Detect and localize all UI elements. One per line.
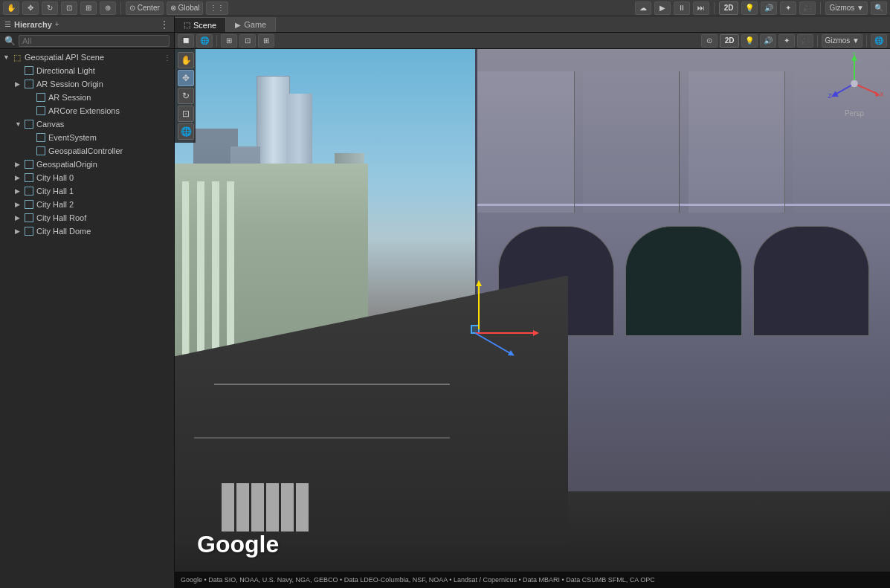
- scene-fx-button[interactable]: ✦: [778, 34, 795, 48]
- snap-toggle-button[interactable]: ⋮⋮: [206, 1, 228, 15]
- attribution-text: Google • Data SIO, NOAA, U.S. Navy, NGA,…: [181, 576, 655, 584]
- hierarchy-title: Hierarchy: [14, 20, 52, 29]
- fx-toggle-button[interactable]: ✦: [780, 1, 796, 15]
- expand-arrow-ar-session-origin: ▶: [15, 80, 24, 88]
- expand-arrow-city-hall-0: ▶: [15, 174, 24, 181]
- sidebar-item-city-hall-2[interactable]: ▶ City Hall 2: [0, 198, 174, 211]
- transform-tool-button[interactable]: ⊕: [100, 1, 116, 15]
- viewport-scale-tool[interactable]: ⊡: [178, 106, 194, 122]
- geospatial-api-scene-label: Geospatial API Scene: [25, 53, 104, 62]
- game-tab-icon: ▶: [235, 21, 241, 29]
- move-tool-button[interactable]: ✥: [22, 1, 39, 15]
- viewport-crosshair-tool[interactable]: ✥: [178, 70, 194, 86]
- arch-window-3: [753, 226, 870, 337]
- gizmos-button[interactable]: Gizmos ▼: [825, 1, 868, 15]
- step-button[interactable]: ⏭: [693, 1, 709, 15]
- global-toggle-button[interactable]: ⊗ Global: [167, 1, 204, 15]
- column-2: [197, 181, 204, 357]
- audio-toggle-button[interactable]: 🔊: [761, 1, 777, 15]
- viewport-rotate-tool[interactable]: ↻: [178, 88, 194, 104]
- crosswalk-stripe-6: [296, 483, 309, 532]
- column-1: [182, 181, 190, 357]
- ar-session-label: AR Session: [48, 93, 91, 102]
- hierarchy-search-bar: 🔍: [0, 33, 174, 49]
- tab-game[interactable]: ▶ Game: [226, 17, 276, 32]
- city-hall-0-label: City Hall 0: [36, 173, 74, 182]
- viewport-hand-tool[interactable]: ✋: [178, 52, 194, 68]
- scene-2d-button[interactable]: 2D: [720, 34, 740, 48]
- render-mode-button[interactable]: ⊙: [701, 34, 718, 48]
- aspect-button[interactable]: ⊞: [258, 34, 274, 48]
- svg-text:Y: Y: [852, 52, 857, 57]
- globe-mode-button[interactable]: 🌐: [196, 34, 213, 48]
- rect-tool-button[interactable]: ⊞: [80, 1, 97, 15]
- sidebar-item-ar-session-origin[interactable]: ▶ AR Session Origin: [0, 77, 174, 91]
- scene-gizmos-button[interactable]: Gizmos ▼: [822, 34, 862, 48]
- crosswalk-stripe-1: [222, 483, 234, 532]
- scene-left-toolbox: ✋ ✥ ↻ ⊡ 🌐: [175, 49, 196, 143]
- toolbar-left-group: ✋ ✥ ↻ ⊡ ⊞ ⊕ ⊙ Center ⊗ Global ⋮⋮: [0, 1, 231, 15]
- hand-tool-button[interactable]: ✋: [3, 1, 19, 15]
- hierarchy-list: ▼ ⬚ Geospatial API Scene ⋮ Directional L…: [0, 49, 174, 588]
- crosswalk: [222, 483, 308, 532]
- expand-arrow-city-hall-1: ▶: [15, 187, 24, 195]
- scene-audio-button[interactable]: 🔊: [760, 34, 776, 48]
- expand-arrow-canvas: ▼: [15, 120, 24, 128]
- sidebar-item-canvas[interactable]: ▼ Canvas: [0, 117, 174, 131]
- sidebar-item-ar-session[interactable]: AR Session: [0, 91, 174, 104]
- cube-icon-geospatial-controller: [36, 146, 46, 156]
- hierarchy-search-input[interactable]: [19, 35, 170, 47]
- orientation-gizmo-container: Y X Z Persp: [822, 52, 887, 117]
- crosswalk-stripe-3: [251, 483, 264, 532]
- viewport-globe-tool[interactable]: 🌐: [178, 123, 194, 140]
- cloud-button[interactable]: ☁: [635, 1, 651, 15]
- play-button[interactable]: ▶: [654, 1, 671, 15]
- scene-viewport[interactable]: ✋ ✥ ↻ ⊡ 🌐: [175, 49, 890, 588]
- scene-dots-icon[interactable]: ⋮: [164, 54, 171, 62]
- light-toggle-button[interactable]: 💡: [741, 1, 758, 15]
- sidebar-item-city-hall-1[interactable]: ▶ City Hall 1: [0, 184, 174, 198]
- hierarchy-add-icon[interactable]: +: [55, 20, 59, 28]
- sidebar-item-city-hall-roof[interactable]: ▶ City Hall Roof: [0, 211, 174, 224]
- pause-button[interactable]: ⏸: [674, 1, 690, 15]
- hierarchy-menu-icon[interactable]: ⋮: [159, 19, 170, 30]
- gizmo-y-axis: [478, 285, 480, 329]
- rotate-tool-button[interactable]: ↻: [42, 1, 58, 15]
- crosswalk-stripe-5: [281, 483, 294, 532]
- camera-toggle-button[interactable]: 🎥: [799, 1, 816, 15]
- scene-cam-button[interactable]: 🎥: [797, 34, 813, 48]
- scene-light-button[interactable]: 💡: [741, 34, 758, 48]
- sidebar-item-geospatial-controller[interactable]: GeospatialController: [0, 144, 174, 158]
- top-toolbar: ✋ ✥ ↻ ⊡ ⊞ ⊕ ⊙ Center ⊗ Global ⋮⋮ ☁ ▶ ⏸ ⏭…: [0, 0, 890, 16]
- sidebar-item-city-hall-0[interactable]: ▶ City Hall 0: [0, 171, 174, 184]
- sidebar-item-geospatial-origin[interactable]: ▶ GeospatialOrigin: [0, 158, 174, 171]
- cube-icon-event-system: [36, 132, 46, 143]
- toolbar-separator-3: [820, 2, 821, 14]
- scene-icon-geospatial: ⬚: [12, 52, 22, 62]
- hierarchy-panel: ☰ Hierarchy + ⋮ 🔍 ▼ ⬚ Geospatial API Sce…: [0, 16, 175, 588]
- toolbar-separator-1: [120, 2, 121, 14]
- scale-tool-button[interactable]: ⊡: [61, 1, 77, 15]
- persp-label: Persp: [845, 109, 864, 117]
- svg-line-2: [854, 84, 877, 94]
- scene-search-button[interactable]: 🌐: [871, 34, 887, 48]
- scale-snap-button[interactable]: ⊡: [239, 34, 256, 48]
- grid-snap-button[interactable]: ⊞: [221, 34, 237, 48]
- sidebar-item-event-system[interactable]: EventSystem: [0, 131, 174, 144]
- 2d-mode-button[interactable]: 2D: [719, 1, 739, 15]
- city-hall-2-label: City Hall 2: [36, 200, 74, 209]
- tab-scene[interactable]: ⬚ Scene: [175, 17, 226, 32]
- hierarchy-expand-icon[interactable]: ☰: [4, 20, 11, 28]
- expand-arrow-city-hall-roof: ▶: [15, 214, 24, 222]
- sidebar-item-arcore-extensions[interactable]: ARCore Extensions: [0, 104, 174, 117]
- pivot-toggle-button[interactable]: ⊙ Center: [126, 1, 164, 15]
- expand-arrow-geospatial-origin: ▶: [15, 161, 24, 168]
- main-layout: ☰ Hierarchy + ⋮ 🔍 ▼ ⬚ Geospatial API Sce…: [0, 16, 890, 588]
- sidebar-item-directional-light[interactable]: Directional Light: [0, 64, 174, 77]
- draw-mode-button[interactable]: 🔲: [178, 34, 194, 48]
- cube-icon-canvas: [24, 119, 34, 129]
- global-search-button[interactable]: 🔍: [871, 1, 887, 15]
- sidebar-item-city-hall-dome[interactable]: ▶ City Hall Dome: [0, 224, 174, 238]
- scene-toolbar-sep-2: [817, 35, 818, 47]
- sidebar-item-geospatial-api-scene[interactable]: ▼ ⬚ Geospatial API Scene ⋮: [0, 51, 174, 64]
